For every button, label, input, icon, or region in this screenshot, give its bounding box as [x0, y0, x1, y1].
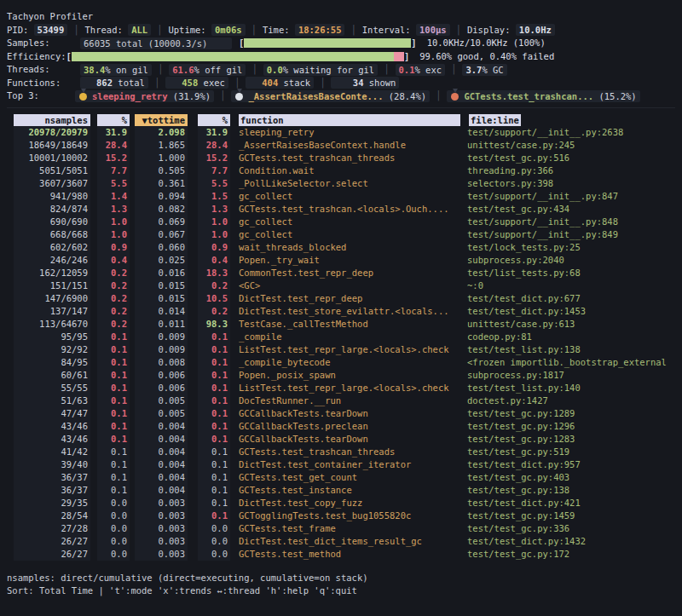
- table-row[interactable]: 602/6020.90.0600.9wait_threads_blockedte…: [7, 241, 675, 254]
- table-row[interactable]: 39/400.10.0040.1DictTest.test_container_…: [7, 458, 675, 471]
- tottime-cell: 0.003: [135, 548, 188, 561]
- info-value: ALL: [128, 24, 151, 36]
- table-row[interactable]: 28/540.00.0030.1GCTogglingTests.test_bug…: [7, 509, 675, 522]
- table-row[interactable]: 43/460.10.0040.1GCCallbackTests.preclean…: [7, 420, 675, 433]
- table-row[interactable]: 36/370.10.0040.1GCTests.test_instancetes…: [7, 484, 675, 497]
- table-row[interactable]: 246/2460.40.0250.4Popen._try_waitsubproc…: [7, 254, 675, 267]
- function-cell: _compile_bytecode: [239, 356, 459, 369]
- table-row[interactable]: 55/550.10.0060.1ListTest.test_repr_large…: [7, 382, 675, 394]
- column-header-file-line[interactable]: file:line: [469, 113, 675, 126]
- sample-pct-cell: 0.0: [97, 522, 130, 535]
- tottime-cell: 0.004: [135, 433, 188, 446]
- top3-function-name: sleeping_retry: [92, 91, 168, 101]
- table-row[interactable]: 690/6901.00.0691.0gc_collecttest/support…: [7, 216, 675, 228]
- table-row[interactable]: 941/9801.40.0941.5gc_collecttest/support…: [7, 190, 675, 203]
- nsamples-cell: 29/35: [14, 497, 90, 509]
- sample-pct-cell: 0.1: [97, 356, 130, 369]
- table-row[interactable]: 47/470.10.0050.1GCCallbackTests.tearDown…: [7, 407, 675, 420]
- info-value: 0m06s: [211, 24, 246, 36]
- cum-pct-cell: 0.1: [198, 382, 230, 394]
- table-row[interactable]: 3607/36075.50.3615.5_PollLikeSelector.se…: [7, 177, 675, 190]
- file-line-cell: test/test_gc.py:519: [467, 446, 675, 458]
- cum-pct-cell: 0.1: [198, 509, 230, 522]
- table-row[interactable]: 5051/50517.70.5057.7Condition.waitthread…: [7, 164, 675, 177]
- thread-stat: 0.1% exc: [396, 64, 446, 76]
- table-row[interactable]: 113/646700.20.01198.3TestCase._callTestM…: [7, 318, 675, 331]
- table-row[interactable]: 824/8741.30.0821.3GCTests.test_trashcan.…: [7, 203, 675, 216]
- table-row[interactable]: 26/270.00.0030.0GCTests.test_methodtest/…: [7, 548, 675, 561]
- separator: │: [384, 63, 389, 77]
- table-row[interactable]: 20978/2097931.92.09831.9sleeping_retryte…: [7, 126, 675, 139]
- column-header-cum-pct[interactable]: %: [198, 114, 230, 126]
- column-header-tottime[interactable]: ▼tottime: [135, 114, 188, 126]
- top3-item[interactable]: _AssertRaisesBaseConte... (28.4%): [231, 90, 430, 102]
- column-header-sample-pct[interactable]: %: [97, 114, 130, 126]
- nsamples-cell: 668/668: [14, 228, 90, 241]
- table-row[interactable]: 26/270.00.0030.0DictTest.test_dict_items…: [7, 535, 675, 548]
- top3-function-name: _AssertRaisesBaseConte...: [248, 91, 383, 101]
- function-cell: DictTest.test_store_evilattr.<locals...: [239, 305, 459, 318]
- sample-pct-cell: 0.1: [97, 420, 130, 433]
- tottime-cell: 0.015: [135, 292, 188, 305]
- table-row[interactable]: 36/370.10.0040.1GCTests.test_get_countte…: [7, 471, 675, 484]
- table-row[interactable]: 60/610.10.0060.1Popen._posix_spawnsubpro…: [7, 369, 675, 382]
- sample-pct-cell: 0.0: [97, 509, 130, 522]
- separator: │: [234, 77, 240, 90]
- tottime-cell: 0.003: [135, 522, 188, 535]
- cum-pct-cell: 0.1: [198, 343, 230, 356]
- cum-pct-cell: 0.1: [198, 446, 230, 458]
- title-line: Tachyon Profiler: [7, 10, 675, 24]
- top3-item[interactable]: sleeping_retry (31.9%): [75, 90, 214, 102]
- tottime-cell: 0.004: [135, 484, 188, 497]
- nsamples-cell: 20978/20979: [14, 126, 90, 139]
- table-row[interactable]: 41/420.10.0040.1GCTests.test_trashcan_th…: [7, 446, 675, 458]
- function-cell: DictTest.test_repr_deep: [239, 292, 459, 305]
- tottime-cell: 0.094: [135, 190, 188, 203]
- file-line-cell: test/test_dict.py:957: [467, 458, 675, 471]
- info-value: 100μs: [416, 24, 450, 36]
- efficiency-line: Efficiency: [ ] 99.60% good, 0.40% faile…: [7, 50, 675, 64]
- table-row[interactable]: 43/460.10.0040.1GCCallbackTests.tearDown…: [7, 433, 675, 446]
- table-row[interactable]: 92/920.10.0090.1ListTest.test_repr_large…: [7, 343, 675, 356]
- function-cell: _PollLikeSelector.select: [239, 177, 459, 190]
- medal-icon: [235, 93, 243, 101]
- thread-stat: 0.0% waiting for gil: [263, 64, 378, 76]
- function-cell: Popen._posix_spawn: [239, 369, 459, 382]
- table-row[interactable]: 162/120590.20.01618.3CommonTest.test_rep…: [7, 267, 675, 279]
- function-cell: GCCallbackTests.tearDown: [239, 433, 459, 446]
- tottime-cell: 0.003: [135, 497, 188, 509]
- footer-keybindings: Sort: Total Time | 't':mode 'x':trends ↔…: [7, 584, 675, 598]
- tottime-cell: 0.014: [135, 305, 188, 318]
- efficiency-summary: 99.60% good, 0.40% failed: [419, 50, 554, 64]
- function-cell: DictTest.test_dict_items_result_gc: [239, 535, 459, 548]
- sample-pct-cell: 0.2: [97, 292, 130, 305]
- sample-pct-cell: 0.0: [97, 535, 130, 548]
- column-header-function[interactable]: function: [239, 114, 460, 126]
- column-header-nsamples[interactable]: nsamples: [14, 114, 90, 126]
- function-cell: GCTests.test_trashcan.<locals>.Ouch....: [239, 203, 459, 216]
- sample-pct-cell: 1.0: [97, 228, 130, 241]
- header-table-divider: [7, 107, 675, 108]
- nsamples-cell: 941/980: [14, 190, 90, 203]
- table-row[interactable]: 668/6681.00.0671.0gc_collecttest/support…: [7, 228, 675, 241]
- top3-percent: (28.4%): [383, 91, 426, 101]
- function-cell: _AssertRaisesBaseContext.handle: [239, 139, 459, 152]
- table-header-row: nsamples%▼tottime%functionfile:line: [7, 113, 675, 126]
- table-row[interactable]: 147/69000.20.01510.5DictTest.test_repr_d…: [7, 292, 675, 305]
- table-row[interactable]: 29/350.00.0030.1DictTest.test_copy_fuzzt…: [7, 497, 675, 509]
- top3-item[interactable]: GCTests.test_trashcan... (15.2%): [447, 90, 639, 102]
- table-row[interactable]: 10001/1000215.21.00015.2GCTests.test_tra…: [7, 152, 675, 164]
- table-row[interactable]: 137/1470.20.0140.2DictTest.test_store_ev…: [7, 305, 675, 318]
- cum-pct-cell: 1.3: [198, 203, 230, 216]
- table-row[interactable]: 95/950.10.0090.1_compilecodeop.py:81: [7, 331, 675, 343]
- table-row[interactable]: 151/1510.20.0150.2<GC>~:0: [7, 279, 675, 292]
- functions-label: Functions:: [7, 77, 80, 90]
- tottime-cell: 0.006: [135, 382, 188, 394]
- function-cell: GCTogglingTests.test_bug1055820c: [239, 509, 459, 522]
- table-row[interactable]: 27/280.00.0030.0GCTests.test_frametest/t…: [7, 522, 675, 535]
- table-row[interactable]: 51/630.10.0050.1DocTestRunner.__rundocte…: [7, 394, 675, 407]
- separator: │: [251, 24, 257, 37]
- file-line-cell: codeop.py:81: [467, 331, 675, 343]
- table-row[interactable]: 84/950.10.0080.1_compile_bytecode<frozen…: [7, 356, 675, 369]
- table-row[interactable]: 18649/1864928.41.86528.4_AssertRaisesBas…: [7, 139, 675, 152]
